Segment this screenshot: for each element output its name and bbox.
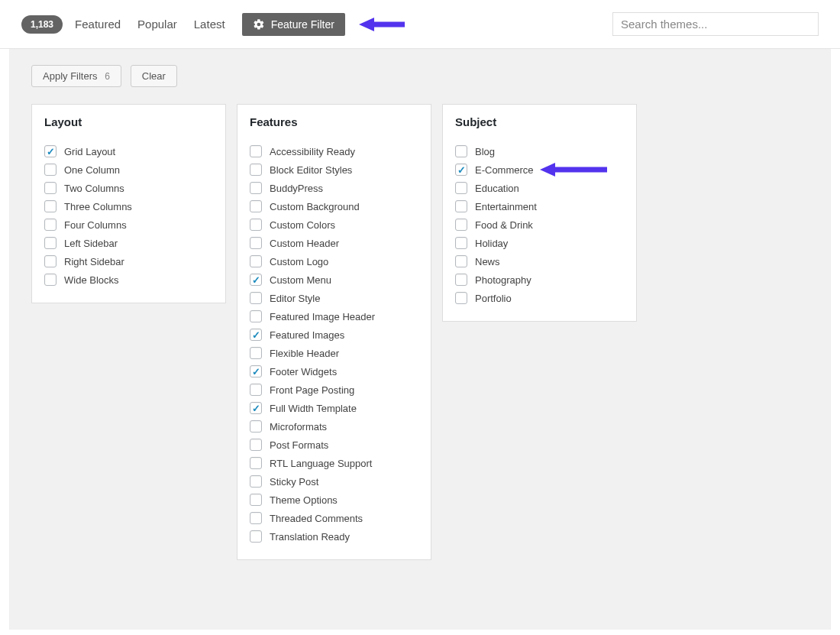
filter-option[interactable]: Grid Layout: [44, 142, 213, 160]
filter-option[interactable]: One Column: [44, 160, 213, 179]
checkbox-icon[interactable]: [44, 255, 57, 267]
checkbox-icon[interactable]: [250, 494, 262, 506]
filter-group-title: Subject: [455, 115, 624, 128]
feature-filter-button[interactable]: Feature Filter: [242, 13, 345, 36]
filter-option[interactable]: Post Formats: [250, 436, 418, 454]
filter-option-label: Custom Logo: [270, 256, 328, 267]
checkbox-icon[interactable]: [250, 219, 262, 231]
filter-option[interactable]: Threaded Comments: [250, 509, 418, 527]
tab-popular[interactable]: Popular: [137, 18, 177, 31]
checkbox-icon[interactable]: [44, 145, 57, 157]
checkbox-icon[interactable]: [250, 255, 262, 267]
filter-option-label: Photography: [475, 274, 531, 286]
filter-option[interactable]: Full Width Template: [250, 399, 418, 417]
filter-option[interactable]: Flexible Header: [250, 344, 418, 362]
checkbox-icon[interactable]: [250, 237, 262, 249]
checkbox-icon[interactable]: [250, 420, 262, 433]
filter-option[interactable]: Education: [455, 179, 624, 197]
filter-option[interactable]: Custom Header: [250, 234, 418, 252]
filter-option[interactable]: Sticky Post: [250, 472, 418, 491]
checkbox-icon[interactable]: [250, 310, 262, 322]
checkbox-icon[interactable]: [44, 237, 57, 249]
filter-option[interactable]: Featured Image Header: [250, 307, 418, 326]
filter-option-label: Custom Colors: [270, 219, 335, 231]
checkbox-icon[interactable]: [250, 402, 262, 414]
checkbox-icon[interactable]: [250, 200, 262, 212]
checkbox-icon[interactable]: [455, 182, 467, 194]
checkbox-icon[interactable]: [455, 274, 467, 286]
filter-option[interactable]: Editor Style: [250, 289, 418, 307]
filter-option-label: Wide Blocks: [64, 274, 119, 286]
checkbox-icon[interactable]: [455, 237, 467, 249]
filter-option[interactable]: E-Commerce: [455, 160, 624, 179]
filter-option[interactable]: Theme Options: [250, 491, 418, 509]
filter-option[interactable]: Three Columns: [44, 197, 213, 215]
tab-featured[interactable]: Featured: [75, 18, 121, 31]
filter-option[interactable]: Front Page Posting: [250, 381, 418, 399]
checkbox-icon[interactable]: [455, 255, 467, 267]
theme-count-pill: 1,183: [21, 15, 63, 34]
checkbox-icon[interactable]: [250, 365, 262, 377]
svg-marker-3: [540, 163, 555, 177]
filter-option[interactable]: Wide Blocks: [44, 271, 213, 289]
filter-option[interactable]: Right Sidebar: [44, 252, 213, 271]
checkbox-icon[interactable]: [250, 164, 262, 176]
checkbox-icon[interactable]: [250, 530, 262, 543]
filter-option[interactable]: Block Editor Styles: [250, 160, 418, 179]
filter-option[interactable]: RTL Language Support: [250, 454, 418, 472]
clear-filters-button[interactable]: Clear: [131, 65, 177, 87]
checkbox-icon[interactable]: [44, 200, 57, 212]
filter-option[interactable]: Custom Menu: [250, 271, 418, 289]
filter-option[interactable]: Portfolio: [455, 289, 624, 307]
filter-option[interactable]: Two Columns: [44, 179, 213, 197]
filter-option[interactable]: Left Sidebar: [44, 234, 213, 252]
filter-option-label: Entertainment: [475, 201, 537, 212]
checkbox-icon[interactable]: [44, 219, 57, 231]
filter-option-label: Custom Background: [270, 201, 360, 212]
filter-option[interactable]: Featured Images: [250, 326, 418, 344]
filter-option[interactable]: Blog: [455, 142, 624, 160]
filter-option[interactable]: Footer Widgets: [250, 362, 418, 381]
checkbox-icon[interactable]: [250, 347, 262, 359]
feature-filter-label: Feature Filter: [271, 18, 334, 31]
filter-option[interactable]: Custom Colors: [250, 215, 418, 234]
filter-option[interactable]: Four Columns: [44, 215, 213, 234]
checkbox-icon[interactable]: [250, 145, 262, 157]
checkbox-icon[interactable]: [455, 164, 467, 176]
filter-option[interactable]: Custom Logo: [250, 252, 418, 271]
filter-option-label: RTL Language Support: [270, 458, 372, 469]
checkbox-icon[interactable]: [455, 219, 467, 231]
checkbox-icon[interactable]: [455, 292, 467, 304]
tab-latest[interactable]: Latest: [194, 18, 225, 31]
checkbox-icon[interactable]: [250, 457, 262, 469]
features-list: Accessibility ReadyBlock Editor StylesBu…: [250, 142, 418, 546]
filter-option[interactable]: News: [455, 252, 624, 271]
filter-option[interactable]: Food & Drink: [455, 215, 624, 234]
filter-option[interactable]: BuddyPress: [250, 179, 418, 197]
filter-option[interactable]: Translation Ready: [250, 527, 418, 546]
filter-option-label: Accessibility Ready: [270, 146, 355, 157]
checkbox-icon[interactable]: [44, 182, 57, 194]
filter-option[interactable]: Accessibility Ready: [250, 142, 418, 160]
filter-option[interactable]: Microformats: [250, 417, 418, 436]
checkbox-icon[interactable]: [250, 274, 262, 286]
search-themes-input[interactable]: [612, 12, 819, 36]
checkbox-icon[interactable]: [250, 384, 262, 396]
checkbox-icon[interactable]: [455, 145, 467, 157]
filter-option-label: Featured Images: [270, 329, 344, 341]
checkbox-icon[interactable]: [250, 512, 262, 524]
filter-option[interactable]: Holiday: [455, 234, 624, 252]
checkbox-icon[interactable]: [455, 200, 467, 212]
checkbox-icon[interactable]: [44, 274, 57, 286]
filter-option[interactable]: Photography: [455, 271, 624, 289]
apply-filters-button[interactable]: Apply Filters 6: [31, 65, 121, 87]
checkbox-icon[interactable]: [250, 475, 262, 488]
filter-option[interactable]: Entertainment: [455, 197, 624, 215]
checkbox-icon[interactable]: [250, 182, 262, 194]
checkbox-icon[interactable]: [250, 292, 262, 304]
filter-option[interactable]: Custom Background: [250, 197, 418, 215]
checkbox-icon[interactable]: [250, 329, 262, 341]
checkbox-icon[interactable]: [44, 164, 57, 176]
filter-option-label: Right Sidebar: [64, 256, 124, 267]
checkbox-icon[interactable]: [250, 439, 262, 451]
